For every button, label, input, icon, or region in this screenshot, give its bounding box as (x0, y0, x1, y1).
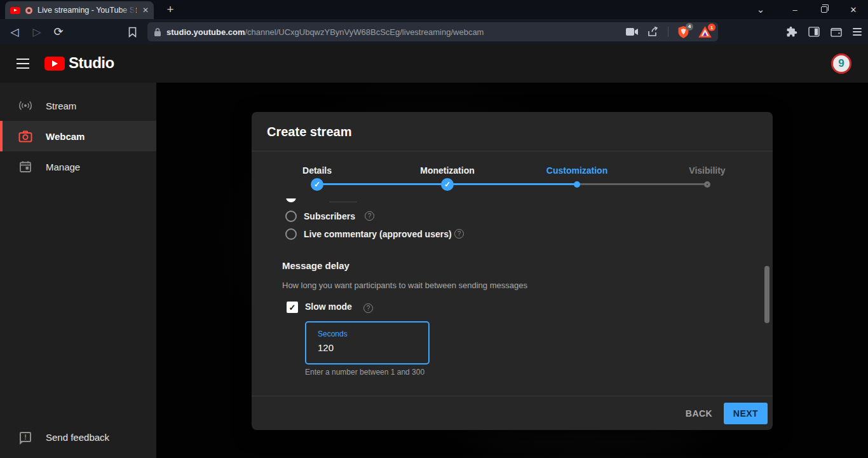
step-label-details[interactable]: Details (302, 165, 332, 176)
seconds-input[interactable] (318, 342, 419, 353)
radio-row-live-commentary: Live commentary (approved users) ? (252, 226, 773, 242)
video-camera-icon[interactable] (626, 27, 639, 36)
message-delay-title: Message delay (282, 260, 349, 271)
step-dot-visibility[interactable] (704, 181, 710, 188)
dialog-footer: BACK NEXT (252, 396, 773, 430)
help-icon[interactable]: ? (454, 229, 464, 239)
shield-badge: 4 (686, 23, 693, 31)
send-feedback-label: Send feedback (46, 432, 109, 443)
send-feedback-button[interactable]: ! Send feedback (0, 422, 156, 452)
next-button[interactable]: NEXT (724, 403, 768, 424)
browser-menu-icon[interactable] (853, 28, 862, 36)
share-icon[interactable] (648, 27, 659, 37)
feedback-icon: ! (18, 429, 33, 445)
wallet-icon[interactable] (831, 27, 842, 37)
sidebar-item-label: Manage (46, 162, 80, 172)
stepper: Details Monetization Customization Visib… (252, 151, 773, 198)
minimize-button[interactable]: – (780, 0, 810, 19)
forward-button[interactable]: ▷ (27, 19, 46, 45)
toolbar-right-icons (786, 19, 862, 45)
step-dot-details-check-icon[interactable]: ✓ (311, 178, 323, 191)
seconds-field-label: Seconds (318, 330, 348, 338)
youtube-logo-icon[interactable] (44, 57, 65, 71)
studio-brand[interactable]: Studio (69, 54, 114, 72)
seconds-helper-text: Enter a number between 1 and 300 (305, 368, 424, 377)
extensions-puzzle-icon[interactable] (786, 26, 797, 38)
close-window-button[interactable]: ✕ (839, 0, 868, 19)
address-bar[interactable]: studio.youtube.com/channel/UCxgUbqwzYByn… (147, 22, 718, 41)
camera-icon (18, 128, 33, 144)
back-button[interactable]: BACK (679, 403, 719, 424)
help-icon[interactable]: ? (363, 303, 373, 313)
restore-icon (821, 6, 827, 13)
slow-mode-label: Slow mode (305, 302, 352, 312)
sidebar-item-stream[interactable]: Stream (0, 90, 156, 121)
back-button[interactable]: ◁ (5, 19, 24, 45)
radio-label: Subscribers (304, 211, 355, 221)
slow-mode-checkbox[interactable]: ✓ (287, 302, 298, 313)
broadcast-icon (18, 98, 33, 113)
sidebar-panel-icon[interactable] (808, 27, 820, 37)
sidebar: Stream Webcam Manage ! Send feedback (0, 83, 156, 458)
divider (668, 27, 668, 37)
create-stream-dialog: Create stream Details Monetization Custo… (252, 112, 773, 430)
sidebar-item-label: Stream (46, 101, 76, 111)
tab-close-icon[interactable]: ✕ (142, 6, 149, 14)
account-avatar[interactable]: 9 (831, 53, 851, 74)
url-domain: studio.youtube.com (166, 27, 245, 37)
sidebar-item-label: Webcam (46, 131, 85, 142)
recording-indicator-icon (25, 7, 32, 14)
dialog-content: Subscribers ? Live commentary (approved … (252, 198, 773, 396)
browser-tab[interactable]: Live streaming - YouTube Stud ✕ (5, 1, 154, 19)
window-controls: ⌄ – ✕ (746, 0, 868, 19)
calendar-icon (18, 159, 33, 174)
content-scrim: Create stream Details Monetization Custo… (156, 83, 868, 458)
studio-header: Studio 9 (0, 45, 868, 83)
rewards-badge: 1 (708, 24, 715, 31)
bookmark-icon[interactable] (123, 19, 142, 45)
reload-button[interactable]: ⟳ (49, 19, 68, 45)
dialog-title: Create stream (267, 125, 351, 139)
radio-label: Live commentary (approved users) (304, 229, 452, 239)
dialog-scrollbar[interactable] (764, 266, 770, 323)
url-path: /channel/UCxgUbqwzYBynVyW68BcScEg/livest… (245, 27, 484, 37)
browser-window: Live streaming - YouTube Stud ✕ + ⌄ – ✕ … (0, 0, 868, 458)
step-label-customization[interactable]: Customization (546, 165, 607, 176)
step-line-pending (577, 183, 707, 185)
dialog-header: Create stream (252, 112, 773, 151)
new-tab-button[interactable]: + (163, 1, 178, 18)
studio-menu-icon[interactable] (17, 59, 29, 69)
radio-row-subscribers: Subscribers ? (252, 209, 773, 224)
youtube-favicon (10, 7, 20, 14)
tab-title-fade (119, 3, 136, 17)
slow-mode-row: ✓ Slow mode ? (252, 300, 773, 315)
clipped-radio-above (286, 198, 296, 202)
help-icon[interactable]: ? (365, 211, 374, 221)
message-delay-description: How long you want participants to wait b… (282, 281, 527, 290)
step-dot-monetization-check-icon[interactable]: ✓ (441, 178, 454, 191)
step-dot-customization[interactable] (574, 181, 580, 188)
sidebar-item-webcam[interactable]: Webcam (0, 121, 156, 151)
browser-toolbar: ◁ ▷ ⟳ studio.youtube.com/channel/UCxgUbq… (0, 19, 868, 45)
radio-subscribers[interactable] (285, 211, 297, 222)
clipped-text-above (329, 202, 357, 202)
tab-strip: Live streaming - YouTube Stud ✕ + ⌄ – ✕ (0, 0, 868, 19)
restore-button[interactable] (810, 0, 839, 19)
step-label-visibility[interactable]: Visibility (689, 165, 725, 176)
seconds-field[interactable]: Seconds (305, 321, 430, 364)
step-label-monetization[interactable]: Monetization (420, 165, 475, 176)
sidebar-item-manage[interactable]: Manage (0, 151, 156, 182)
tab-search-icon[interactable]: ⌄ (746, 0, 775, 19)
brave-rewards-icon[interactable]: 1 (698, 26, 712, 38)
lock-icon (154, 27, 161, 37)
brave-shield-icon[interactable]: 4 (677, 25, 689, 39)
radio-live-commentary[interactable] (285, 228, 297, 240)
